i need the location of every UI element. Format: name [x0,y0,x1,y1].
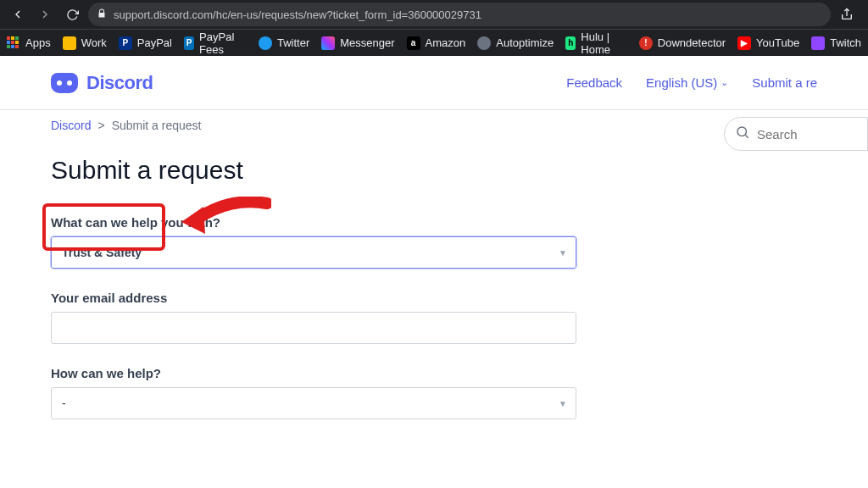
bookmark-label: Work [81,36,107,49]
bookmarks-bar: Apps Work PPayPal PPayPal Fees Twitter M… [0,29,868,56]
breadcrumb-current: Submit a request [112,119,202,132]
page-body: Discord Feedback English (US) ⌄ Submit a… [0,56,868,488]
address-bar[interactable]: support.discord.com/hc/en-us/requests/ne… [88,3,831,26]
bookmark-paypal[interactable]: PPayPal [119,36,172,50]
request-form: What can we help you with? Trust & Safet… [51,215,576,419]
downdetector-icon: ! [639,36,653,50]
amazon-icon: a [407,36,420,50]
link-label: English (US) [646,75,717,90]
address-row: support.discord.com/hc/en-us/requests/ne… [0,0,868,29]
chevron-down-icon: ▼ [559,399,567,408]
search-input[interactable] [757,127,857,141]
breadcrumb-root[interactable]: Discord [51,119,91,132]
label-how-help: How can we help? [51,366,576,380]
reload-button[interactable] [61,3,83,25]
page-title: Submit a request [51,156,817,185]
bookmark-label: Amazon [426,36,466,49]
twitter-icon [259,36,272,50]
bookmark-label: Messenger [340,36,394,49]
bookmark-twitter[interactable]: Twitter [259,36,309,50]
browser-chrome: support.discord.com/hc/en-us/requests/ne… [0,0,868,56]
apps-grid-icon [7,36,20,50]
label-email: Your email address [51,291,576,305]
bookmark-label: Downdetector [658,36,726,49]
language-select[interactable]: English (US) ⌄ [646,75,728,90]
chevron-down-icon: ⌄ [721,77,728,88]
breadcrumb: Discord > Submit a request [51,117,817,156]
select-value: Trust & Safety [62,246,142,259]
select-help-with[interactable]: Trust & Safety ▼ [51,236,576,269]
hulu-icon: h [565,36,576,50]
label-help-with: What can we help you with? [51,215,576,230]
folder-icon [63,36,76,50]
breadcrumb-sep: > [97,119,104,132]
select-how-help[interactable]: - ▼ [51,387,576,419]
bookmark-twitch[interactable]: Twitch [811,36,861,50]
bookmark-label: Twitter [277,36,309,49]
messenger-icon [321,36,335,50]
link-label: Feedback [566,75,622,90]
bookmark-youtube[interactable]: ▶YouTube [737,36,799,50]
bookmark-autoptimize[interactable]: Autoptimize [477,36,554,50]
bookmark-paypal-fees[interactable]: PPayPal Fees [184,30,247,56]
brand[interactable]: Discord [51,72,153,94]
field-how-help: How can we help? - ▼ [51,366,576,419]
share-icon[interactable] [836,3,858,25]
forward-button[interactable] [34,3,56,25]
search-icon [735,125,750,143]
bookmark-amazon[interactable]: aAmazon [407,36,466,50]
bookmark-downdetector[interactable]: !Downdetector [639,36,726,50]
bookmark-hulu[interactable]: hHulu | Home [565,30,627,56]
bookmark-label: Autoptimize [496,36,554,49]
chevron-down-icon: ▼ [559,248,567,258]
feedback-link[interactable]: Feedback [566,75,622,90]
select-value: - [62,396,66,410]
bookmark-label: Hulu | Home [581,30,627,56]
autoptimize-icon [477,36,491,50]
field-email: Your email address [51,291,576,344]
bookmark-label: PayPal [137,36,172,49]
svg-line-2 [745,135,748,137]
submit-request-link[interactable]: Submit a re [752,75,817,90]
field-help-with: What can we help you with? Trust & Safet… [51,215,576,269]
content-area: Discord > Submit a request Submit a requ… [0,110,868,419]
search-box[interactable] [724,117,868,151]
paypal-fees-icon: P [184,36,194,50]
link-label: Submit a re [752,75,817,90]
paypal-icon: P [119,36,132,50]
bookmark-apps[interactable]: Apps [7,36,51,50]
email-field[interactable] [62,313,565,343]
email-input-wrap [51,312,576,344]
site-header: Discord Feedback English (US) ⌄ Submit a… [0,56,868,110]
youtube-icon: ▶ [737,36,751,50]
discord-logo-icon [51,73,78,93]
lock-icon [97,8,107,21]
bookmark-label: Apps [25,36,51,49]
bookmark-label: Twitch [830,36,861,49]
svg-point-1 [737,127,747,136]
bookmark-work[interactable]: Work [63,36,107,50]
url-text: support.discord.com/hc/en-us/requests/ne… [114,8,481,21]
twitch-icon [811,36,825,50]
bookmark-label: YouTube [756,36,799,49]
back-button[interactable] [7,3,29,25]
brand-name: Discord [86,72,153,94]
bookmark-messenger[interactable]: Messenger [321,36,394,50]
bookmark-label: PayPal Fees [199,30,247,56]
